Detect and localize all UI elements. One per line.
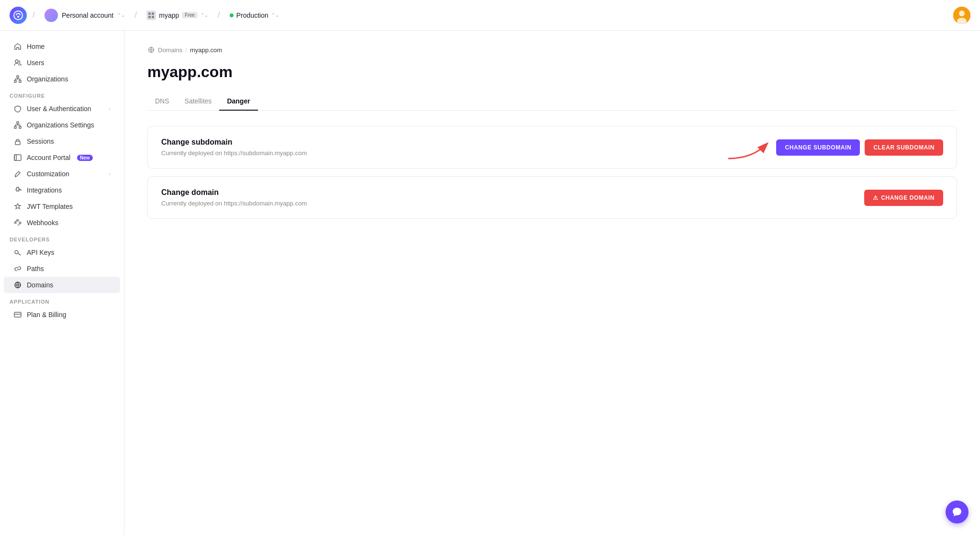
sidebar-item-integrations[interactable]: Integrations <box>4 182 120 198</box>
account-label: Personal account <box>62 11 113 19</box>
env-label: Production <box>236 11 268 19</box>
app-icon <box>146 11 156 20</box>
svg-point-0 <box>14 11 22 20</box>
sidebar-item-domains[interactable]: Domains <box>4 277 120 293</box>
sidebar-item-jwt-templates[interactable]: JWT Templates <box>4 198 120 215</box>
change-subdomain-actions: CHANGE SUBDOMAIN CLEAR SUBDOMAIN <box>776 139 943 156</box>
env-status-dot <box>230 13 234 17</box>
brush-icon <box>13 170 22 178</box>
change-domain-desc: Currently deployed on https://subdomain.… <box>161 200 307 207</box>
star-icon <box>13 202 22 211</box>
sidebar-item-api-keys[interactable]: API Keys <box>4 244 120 261</box>
developers-section-label: DEVELOPERS <box>0 231 124 244</box>
sidebar-item-plan-billing-label: Plan & Billing <box>27 311 67 319</box>
billing-icon <box>13 310 22 319</box>
main-content: Domains / myapp.com myapp.com DNS Satell… <box>124 31 980 535</box>
lock-icon <box>13 137 22 146</box>
sidebar-item-webhooks[interactable]: Webhooks <box>4 215 120 231</box>
sidebar-item-account-portal-label: Account Portal <box>27 154 70 161</box>
sidebar-item-domains-label: Domains <box>27 281 53 289</box>
svg-rect-4 <box>148 16 151 18</box>
application-section-label: APPLICATION <box>0 293 124 307</box>
change-subdomain-card: Change subdomain Currently deployed on h… <box>147 126 957 169</box>
tab-dns[interactable]: DNS <box>147 92 177 111</box>
sidebar-item-jwt-templates-label: JWT Templates <box>27 203 73 210</box>
svg-rect-15 <box>19 126 21 128</box>
change-domain-card: Change domain Currently deployed on http… <box>147 176 957 219</box>
sidebar-item-org-settings-label: Organizations Settings <box>27 121 94 129</box>
sidebar-item-sessions-label: Sessions <box>27 137 54 145</box>
sidebar-item-home[interactable]: Home <box>4 38 120 55</box>
change-domain-info: Change domain Currently deployed on http… <box>161 188 307 207</box>
user-avatar[interactable] <box>953 7 970 24</box>
top-nav: / Personal account ⌃⌄ / myapp Free ⌃⌄ / … <box>0 0 980 31</box>
sidebar-item-users-label: Users <box>27 59 45 67</box>
link-icon <box>13 264 22 273</box>
sidebar-item-paths[interactable]: Paths <box>4 261 120 277</box>
change-domain-title: Change domain <box>161 188 307 197</box>
change-subdomain-desc: Currently deployed on https://subdomain.… <box>161 149 307 157</box>
svg-point-9 <box>15 60 18 63</box>
shield-icon <box>13 104 22 113</box>
account-selector[interactable]: Personal account ⌃⌄ <box>41 7 129 24</box>
breadcrumb-current: myapp.com <box>190 46 222 54</box>
tabs: DNS Satellites Danger <box>147 92 957 111</box>
user-auth-chevron-icon: › <box>109 106 111 112</box>
webhooks-icon <box>13 218 22 227</box>
svg-rect-17 <box>14 155 21 160</box>
organizations-icon <box>13 75 22 83</box>
tab-satellites[interactable]: Satellites <box>177 92 220 111</box>
svg-rect-24 <box>14 312 21 317</box>
sidebar-item-paths-label: Paths <box>27 265 44 273</box>
svg-rect-18 <box>14 155 16 160</box>
app-selector[interactable]: myapp Free ⌃⌄ <box>143 9 212 22</box>
svg-rect-5 <box>152 16 154 18</box>
svg-rect-14 <box>14 126 16 128</box>
svg-point-22 <box>15 250 18 254</box>
sidebar-item-integrations-label: Integrations <box>27 186 62 194</box>
svg-point-1 <box>17 16 19 18</box>
change-subdomain-title: Change subdomain <box>161 138 307 147</box>
configure-section-label: CONFIGURE <box>0 87 124 101</box>
clear-subdomain-button[interactable]: CLEAR SUBDOMAIN <box>865 139 943 156</box>
svg-rect-12 <box>19 80 21 82</box>
sidebar-item-user-auth[interactable]: User & Authentication › <box>4 101 120 117</box>
change-domain-actions: ⚠ CHANGE DOMAIN <box>864 190 943 206</box>
svg-rect-11 <box>14 80 16 82</box>
warning-icon: ⚠ <box>873 194 879 201</box>
breadcrumb-domains[interactable]: Domains <box>158 46 182 54</box>
env-selector[interactable]: Production ⌃⌄ <box>226 10 283 21</box>
app-chevron-icon: ⌃⌄ <box>200 12 208 18</box>
globe-icon <box>13 281 22 289</box>
svg-rect-13 <box>17 122 19 124</box>
svg-rect-3 <box>152 12 154 15</box>
svg-rect-10 <box>17 76 19 78</box>
app-logo <box>10 7 27 24</box>
sidebar-item-account-portal[interactable]: Account Portal New <box>4 149 120 166</box>
account-chevron-icon: ⌃⌄ <box>117 12 125 18</box>
sidebar-item-sessions[interactable]: Sessions <box>4 133 120 149</box>
sidebar-item-customization[interactable]: Customization › <box>4 166 120 182</box>
svg-point-7 <box>959 11 965 16</box>
sidebar-item-organizations-label: Organizations <box>27 75 68 83</box>
sidebar: Home Users Organizations CONFIGURE User … <box>0 31 124 535</box>
svg-rect-16 <box>15 141 20 145</box>
sidebar-item-plan-billing[interactable]: Plan & Billing <box>4 307 120 323</box>
sidebar-item-customization-label: Customization <box>27 170 69 178</box>
sidebar-item-api-keys-label: API Keys <box>27 249 55 256</box>
users-icon <box>13 58 22 67</box>
change-domain-button[interactable]: ⚠ CHANGE DOMAIN <box>864 190 943 206</box>
change-subdomain-info: Change subdomain Currently deployed on h… <box>161 138 307 157</box>
change-domain-button-label: CHANGE DOMAIN <box>881 194 935 201</box>
sidebar-item-org-settings[interactable]: Organizations Settings <box>4 117 120 133</box>
sidebar-item-home-label: Home <box>27 43 45 50</box>
sidebar-item-organizations[interactable]: Organizations <box>4 71 120 87</box>
app-badge: Free <box>182 12 198 18</box>
portal-icon <box>13 153 22 162</box>
sidebar-item-users[interactable]: Users <box>4 55 120 71</box>
change-subdomain-button[interactable]: CHANGE SUBDOMAIN <box>776 139 860 156</box>
tab-danger[interactable]: Danger <box>219 92 257 111</box>
chat-fab[interactable] <box>946 501 969 524</box>
sidebar-item-user-auth-label: User & Authentication <box>27 105 91 113</box>
home-icon <box>13 42 22 51</box>
